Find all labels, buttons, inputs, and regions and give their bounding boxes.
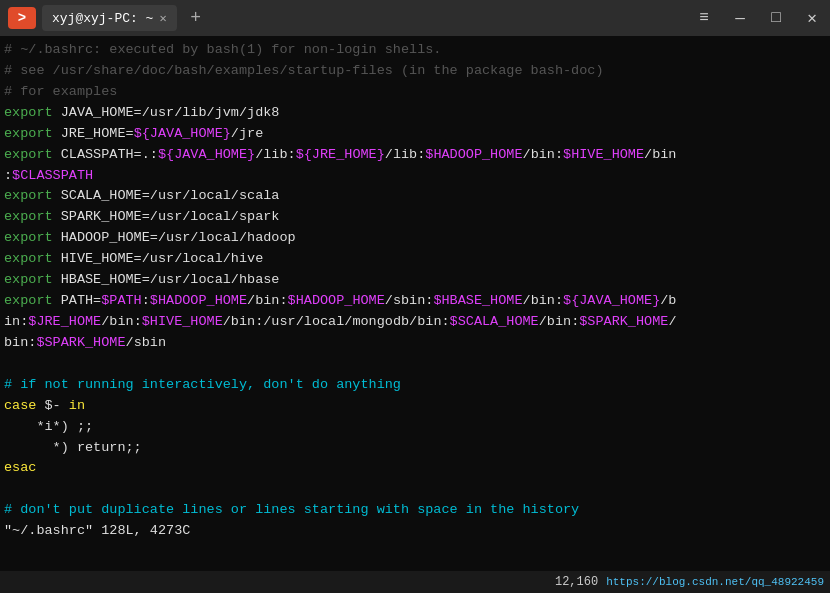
terminal-line: export PATH=$PATH:$HADOOP_HOME/bin:$HADO… bbox=[4, 291, 828, 312]
terminal-line: in:$JRE_HOME/bin:$HIVE_HOME/bin:/usr/loc… bbox=[4, 312, 828, 333]
terminal-line: bin:$SPARK_HOME/sbin bbox=[4, 333, 828, 354]
menu-button[interactable]: ≡ bbox=[694, 9, 714, 27]
window-controls: ≡ ‒ □ ✕ bbox=[694, 8, 822, 28]
status-bar: 12,160 https://blog.csdn.net/qq_48922459 bbox=[0, 571, 830, 593]
terminal-line: export SPARK_HOME=/usr/local/spark bbox=[4, 207, 828, 228]
terminal-line: export HIVE_HOME=/usr/local/hive bbox=[4, 249, 828, 270]
terminal-line: # if not running interactively, don't do… bbox=[4, 375, 828, 396]
close-button[interactable]: ✕ bbox=[802, 8, 822, 28]
terminal-line: export HBASE_HOME=/usr/local/hbase bbox=[4, 270, 828, 291]
terminal-line: # for examples bbox=[4, 82, 828, 103]
terminal-icon-symbol: > bbox=[18, 11, 26, 25]
terminal-line: *) return;; bbox=[4, 438, 828, 459]
terminal-line: "~/.bashrc" 128L, 4273C bbox=[4, 521, 828, 542]
status-url: https://blog.csdn.net/qq_48922459 bbox=[606, 576, 824, 588]
terminal-line bbox=[4, 479, 828, 500]
terminal-line: export HADOOP_HOME=/usr/local/hadoop bbox=[4, 228, 828, 249]
terminal-icon[interactable]: > bbox=[8, 7, 36, 29]
cursor-position: 12,160 bbox=[555, 575, 598, 589]
tab-close-button[interactable]: ✕ bbox=[159, 11, 166, 26]
terminal-line: # don't put duplicate lines or lines sta… bbox=[4, 500, 828, 521]
terminal-line: *i*) ;; bbox=[4, 417, 828, 438]
titlebar: > xyj@xyj-PC: ~ ✕ + ≡ ‒ □ ✕ bbox=[0, 0, 830, 36]
terminal-line: export JAVA_HOME=/usr/lib/jvm/jdk8 bbox=[4, 103, 828, 124]
terminal-line: # ~/.bashrc: executed by bash(1) for non… bbox=[4, 40, 828, 61]
active-tab[interactable]: xyj@xyj-PC: ~ ✕ bbox=[42, 5, 177, 31]
terminal-line: # see /usr/share/doc/bash/examples/start… bbox=[4, 61, 828, 82]
terminal-line: export CLASSPATH=.:${JAVA_HOME}/lib:${JR… bbox=[4, 145, 828, 166]
terminal-line: export SCALA_HOME=/usr/local/scala bbox=[4, 186, 828, 207]
tab-label: xyj@xyj-PC: ~ bbox=[52, 11, 153, 26]
status-right: 12,160 https://blog.csdn.net/qq_48922459 bbox=[555, 575, 824, 589]
terminal-line: :$CLASSPATH bbox=[4, 166, 828, 187]
terminal-line bbox=[4, 354, 828, 375]
add-icon: + bbox=[190, 8, 201, 28]
terminal-content: # ~/.bashrc: executed by bash(1) for non… bbox=[0, 36, 830, 593]
maximize-button[interactable]: □ bbox=[766, 9, 786, 27]
new-tab-button[interactable]: + bbox=[183, 5, 209, 31]
terminal-line: case $- in bbox=[4, 396, 828, 417]
terminal-line: export JRE_HOME=${JAVA_HOME}/jre bbox=[4, 124, 828, 145]
minimize-button[interactable]: ‒ bbox=[730, 8, 750, 28]
terminal-line: esac bbox=[4, 458, 828, 479]
